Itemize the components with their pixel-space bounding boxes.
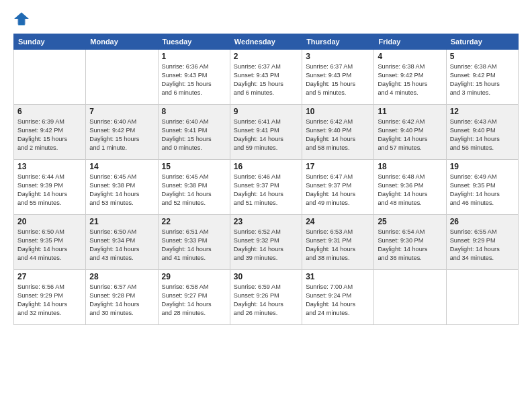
day-number: 15 xyxy=(162,162,226,171)
day-number: 3 xyxy=(306,52,370,61)
day-number: 10 xyxy=(306,107,370,116)
day-number: 11 xyxy=(378,107,442,116)
day-info: Sunrise: 6:47 AM Sunset: 9:37 PM Dayligh… xyxy=(306,173,370,208)
calendar-day-cell: 26Sunrise: 6:55 AM Sunset: 9:29 PM Dayli… xyxy=(446,215,518,270)
day-info: Sunrise: 6:56 AM Sunset: 9:29 PM Dayligh… xyxy=(17,283,82,318)
calendar-day-cell: 8Sunrise: 6:40 AM Sunset: 9:41 PM Daylig… xyxy=(158,105,230,160)
svg-marker-1 xyxy=(14,12,29,24)
calendar-table: SundayMondayTuesdayWednesdayThursdayFrid… xyxy=(13,34,519,325)
day-info: Sunrise: 6:59 AM Sunset: 9:26 PM Dayligh… xyxy=(234,283,298,318)
calendar-header-row: SundayMondayTuesdayWednesdayThursdayFrid… xyxy=(14,34,519,50)
calendar-day-cell: 2Sunrise: 6:37 AM Sunset: 9:43 PM Daylig… xyxy=(230,50,302,105)
calendar-day-cell: 11Sunrise: 6:42 AM Sunset: 9:40 PM Dayli… xyxy=(374,105,446,160)
day-info: Sunrise: 6:37 AM Sunset: 9:43 PM Dayligh… xyxy=(306,62,370,97)
day-info: Sunrise: 6:40 AM Sunset: 9:41 PM Dayligh… xyxy=(162,118,226,152)
calendar-day-cell: 5Sunrise: 6:38 AM Sunset: 9:42 PM Daylig… xyxy=(446,50,518,105)
calendar-week-row: 6Sunrise: 6:39 AM Sunset: 9:42 PM Daylig… xyxy=(14,105,519,160)
weekday-header: Thursday xyxy=(302,34,374,50)
day-number: 16 xyxy=(234,162,298,171)
day-info: Sunrise: 6:46 AM Sunset: 9:37 PM Dayligh… xyxy=(234,173,298,208)
calendar-day-cell: 22Sunrise: 6:51 AM Sunset: 9:33 PM Dayli… xyxy=(158,215,230,270)
day-number: 30 xyxy=(234,272,298,281)
weekday-header: Monday xyxy=(86,34,158,50)
calendar-day-cell: 9Sunrise: 6:41 AM Sunset: 9:41 PM Daylig… xyxy=(230,105,302,160)
day-info: Sunrise: 6:52 AM Sunset: 9:32 PM Dayligh… xyxy=(234,228,298,263)
day-number: 29 xyxy=(162,272,226,281)
day-number: 26 xyxy=(450,217,515,226)
calendar-week-row: 27Sunrise: 6:56 AM Sunset: 9:29 PM Dayli… xyxy=(14,270,519,325)
calendar-day-cell xyxy=(86,50,158,105)
day-info: Sunrise: 6:55 AM Sunset: 9:29 PM Dayligh… xyxy=(450,228,515,263)
calendar-day-cell: 14Sunrise: 6:45 AM Sunset: 9:38 PM Dayli… xyxy=(86,160,158,215)
page-header xyxy=(13,11,519,27)
day-number: 25 xyxy=(378,217,442,226)
calendar-day-cell: 29Sunrise: 6:58 AM Sunset: 9:27 PM Dayli… xyxy=(158,270,230,325)
calendar-week-row: 1Sunrise: 6:36 AM Sunset: 9:43 PM Daylig… xyxy=(14,50,519,105)
day-info: Sunrise: 6:40 AM Sunset: 9:42 PM Dayligh… xyxy=(89,118,154,152)
day-info: Sunrise: 6:42 AM Sunset: 9:40 PM Dayligh… xyxy=(378,118,442,152)
day-info: Sunrise: 6:49 AM Sunset: 9:35 PM Dayligh… xyxy=(450,173,515,208)
day-number: 19 xyxy=(450,162,515,171)
calendar-day-cell: 17Sunrise: 6:47 AM Sunset: 9:37 PM Dayli… xyxy=(302,160,374,215)
day-number: 17 xyxy=(306,162,370,171)
day-info: Sunrise: 6:48 AM Sunset: 9:36 PM Dayligh… xyxy=(378,173,442,208)
calendar-day-cell: 31Sunrise: 7:00 AM Sunset: 9:24 PM Dayli… xyxy=(302,270,374,325)
weekday-header: Sunday xyxy=(14,34,86,50)
day-info: Sunrise: 6:58 AM Sunset: 9:27 PM Dayligh… xyxy=(162,283,226,318)
calendar-day-cell: 19Sunrise: 6:49 AM Sunset: 9:35 PM Dayli… xyxy=(446,160,518,215)
day-info: Sunrise: 6:44 AM Sunset: 9:39 PM Dayligh… xyxy=(17,173,82,208)
day-number: 5 xyxy=(450,52,515,61)
day-info: Sunrise: 6:39 AM Sunset: 9:42 PM Dayligh… xyxy=(17,118,82,152)
day-number: 6 xyxy=(17,107,82,116)
calendar-day-cell: 18Sunrise: 6:48 AM Sunset: 9:36 PM Dayli… xyxy=(374,160,446,215)
day-number: 14 xyxy=(89,162,154,171)
calendar-day-cell: 20Sunrise: 6:50 AM Sunset: 9:35 PM Dayli… xyxy=(14,215,86,270)
day-info: Sunrise: 6:54 AM Sunset: 9:30 PM Dayligh… xyxy=(378,228,442,263)
day-info: Sunrise: 7:00 AM Sunset: 9:24 PM Dayligh… xyxy=(306,283,370,318)
calendar-day-cell: 25Sunrise: 6:54 AM Sunset: 9:30 PM Dayli… xyxy=(374,215,446,270)
weekday-header: Wednesday xyxy=(230,34,302,50)
day-number: 22 xyxy=(162,217,226,226)
calendar-day-cell: 28Sunrise: 6:57 AM Sunset: 9:28 PM Dayli… xyxy=(86,270,158,325)
day-number: 2 xyxy=(234,52,298,61)
calendar-day-cell: 23Sunrise: 6:52 AM Sunset: 9:32 PM Dayli… xyxy=(230,215,302,270)
calendar-day-cell: 15Sunrise: 6:45 AM Sunset: 9:38 PM Dayli… xyxy=(158,160,230,215)
day-number: 13 xyxy=(17,162,82,171)
day-number: 27 xyxy=(17,272,82,281)
day-number: 1 xyxy=(162,52,226,61)
day-info: Sunrise: 6:50 AM Sunset: 9:34 PM Dayligh… xyxy=(89,228,154,263)
day-number: 18 xyxy=(378,162,442,171)
day-number: 12 xyxy=(450,107,515,116)
day-number: 20 xyxy=(17,217,82,226)
weekday-header: Saturday xyxy=(446,34,518,50)
day-info: Sunrise: 6:41 AM Sunset: 9:41 PM Dayligh… xyxy=(234,118,298,152)
day-number: 4 xyxy=(378,52,442,61)
calendar-day-cell: 6Sunrise: 6:39 AM Sunset: 9:42 PM Daylig… xyxy=(14,105,86,160)
calendar-day-cell xyxy=(14,50,86,105)
day-info: Sunrise: 6:42 AM Sunset: 9:40 PM Dayligh… xyxy=(306,118,370,152)
calendar-day-cell xyxy=(446,270,518,325)
weekday-header: Friday xyxy=(374,34,446,50)
day-info: Sunrise: 6:45 AM Sunset: 9:38 PM Dayligh… xyxy=(89,173,154,208)
day-number: 7 xyxy=(89,107,154,116)
day-number: 24 xyxy=(306,217,370,226)
day-info: Sunrise: 6:38 AM Sunset: 9:42 PM Dayligh… xyxy=(450,62,515,97)
calendar-day-cell: 4Sunrise: 6:38 AM Sunset: 9:42 PM Daylig… xyxy=(374,50,446,105)
logo xyxy=(13,11,32,27)
day-info: Sunrise: 6:37 AM Sunset: 9:43 PM Dayligh… xyxy=(234,62,298,97)
day-info: Sunrise: 6:51 AM Sunset: 9:33 PM Dayligh… xyxy=(162,228,226,263)
day-number: 28 xyxy=(89,272,154,281)
day-number: 31 xyxy=(306,272,370,281)
day-info: Sunrise: 6:50 AM Sunset: 9:35 PM Dayligh… xyxy=(17,228,82,263)
calendar-day-cell: 7Sunrise: 6:40 AM Sunset: 9:42 PM Daylig… xyxy=(86,105,158,160)
day-info: Sunrise: 6:36 AM Sunset: 9:43 PM Dayligh… xyxy=(162,62,226,97)
day-info: Sunrise: 6:57 AM Sunset: 9:28 PM Dayligh… xyxy=(89,283,154,318)
calendar-day-cell xyxy=(374,270,446,325)
calendar-day-cell: 12Sunrise: 6:43 AM Sunset: 9:40 PM Dayli… xyxy=(446,105,518,160)
day-number: 23 xyxy=(234,217,298,226)
calendar-day-cell: 16Sunrise: 6:46 AM Sunset: 9:37 PM Dayli… xyxy=(230,160,302,215)
day-info: Sunrise: 6:43 AM Sunset: 9:40 PM Dayligh… xyxy=(450,118,515,152)
day-number: 9 xyxy=(234,107,298,116)
day-info: Sunrise: 6:45 AM Sunset: 9:38 PM Dayligh… xyxy=(162,173,226,208)
day-number: 8 xyxy=(162,107,226,116)
